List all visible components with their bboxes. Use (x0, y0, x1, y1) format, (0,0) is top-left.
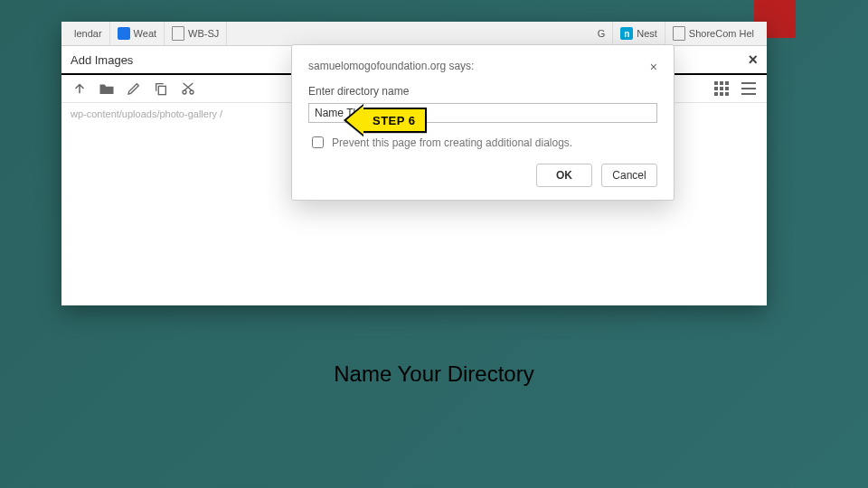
dialog-label: Enter directory name (308, 85, 657, 98)
close-icon[interactable]: × (650, 60, 657, 74)
ok-button[interactable]: OK (536, 164, 592, 187)
grid-view-icon[interactable] (712, 80, 731, 98)
cut-icon[interactable] (179, 80, 197, 98)
favicon-blue-icon (118, 27, 130, 40)
svg-rect-8 (725, 87, 729, 90)
tab-weather[interactable]: Weat (110, 22, 165, 45)
edit-icon[interactable] (125, 80, 143, 98)
svg-rect-13 (741, 88, 756, 89)
panel-title: Add Images (71, 53, 133, 67)
step-label: STEP 6 (363, 108, 427, 133)
tab-shorecom[interactable]: ShoreCom Hel (665, 22, 761, 45)
screenshot-frame: lendar Weat WB-SJ G n Nest ShoreCom Hel (61, 22, 767, 305)
tab-calendar[interactable]: lendar (67, 22, 110, 45)
svg-rect-12 (741, 82, 756, 84)
tab-label: ShoreCom Hel (689, 28, 754, 39)
svg-rect-10 (720, 92, 723, 96)
favicon-nest-icon: n (620, 27, 633, 40)
tab-nest[interactable]: n Nest (613, 22, 665, 45)
svg-point-1 (183, 90, 186, 94)
slide: lendar Weat WB-SJ G n Nest ShoreCom Hel (0, 0, 868, 488)
close-icon[interactable]: × (748, 51, 758, 70)
svg-rect-14 (741, 93, 756, 95)
copy-icon[interactable] (152, 80, 170, 98)
tab-label: Nest (637, 28, 657, 39)
prevent-dialogs-box[interactable] (312, 136, 324, 148)
arrow-left-icon (344, 104, 363, 136)
svg-rect-0 (158, 86, 165, 94)
favicon-doc-icon (673, 26, 685, 41)
cancel-button[interactable]: Cancel (601, 164, 657, 187)
svg-rect-6 (714, 87, 718, 90)
tab-label: Weat (134, 28, 156, 39)
dialog-origin: samuelomogofoundation.org says: (308, 60, 474, 72)
tab-wbsj[interactable]: WB-SJ (165, 22, 227, 45)
list-view-icon[interactable] (740, 80, 758, 98)
svg-rect-9 (714, 92, 718, 96)
folder-open-icon[interactable] (98, 80, 116, 98)
browser-tabstrip: lendar Weat WB-SJ G n Nest ShoreCom Hel (61, 22, 767, 46)
slide-caption: Name Your Directory (0, 361, 868, 387)
prevent-dialogs-label: Prevent this page from creating addition… (332, 136, 572, 149)
tab-label: WB-SJ (188, 28, 219, 39)
svg-rect-7 (720, 87, 723, 90)
svg-rect-5 (725, 81, 729, 85)
svg-rect-3 (714, 81, 718, 85)
svg-point-2 (190, 90, 193, 94)
svg-rect-4 (720, 81, 723, 85)
tab-label: lendar (74, 28, 102, 39)
tab-gap: G (227, 22, 613, 45)
favicon-doc-icon (172, 26, 184, 41)
svg-rect-11 (725, 92, 729, 96)
step-callout: STEP 6 (344, 104, 427, 136)
tab-label: G (598, 28, 606, 39)
upload-icon[interactable] (71, 80, 89, 98)
